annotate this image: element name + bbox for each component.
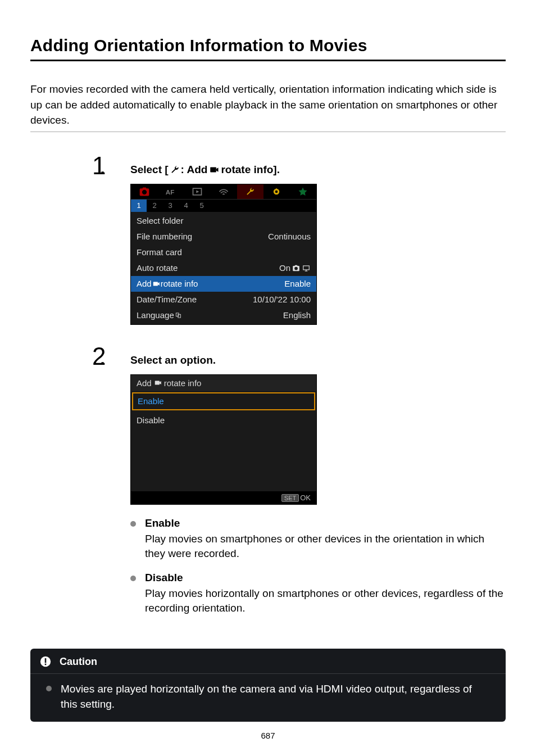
subtab-3[interactable]: 3 [162, 200, 178, 212]
movie-icon [152, 280, 161, 288]
tab-custom[interactable] [264, 184, 290, 199]
movie-icon [153, 379, 163, 387]
menu-list: Select folder File numberingContinuous F… [131, 212, 316, 324]
tab-setup[interactable] [237, 184, 264, 199]
subtab-2[interactable]: 2 [147, 200, 162, 212]
menu-date-time-zone[interactable]: Date/Time/Zone10/10/'22 10:00 [131, 292, 316, 307]
step-1-title: Select [ : Add rotate info]. [130, 164, 506, 176]
page-title: Adding Orientation Information to Movies [30, 36, 506, 55]
bullet-disable-title: Disable [145, 572, 506, 584]
subtab-4[interactable]: 4 [178, 200, 194, 212]
tab-af[interactable] [157, 184, 184, 199]
page-number: 687 [0, 731, 536, 740]
caution-icon [39, 655, 52, 668]
tab-play[interactable] [184, 184, 210, 199]
movie-icon [208, 165, 220, 175]
caution-text: Movies are played horizontally on the ca… [61, 682, 490, 712]
menu-file-numbering[interactable]: File numberingContinuous [131, 229, 316, 245]
monitor-icon [302, 264, 311, 272]
menu-language[interactable]: Language English [131, 307, 316, 323]
subtab-1[interactable]: 1 [131, 200, 147, 212]
option-select-screenshot: Add rotate info Enable Disable SETOK [130, 374, 317, 505]
menu-select-folder[interactable]: Select folder [131, 213, 316, 229]
option-disable[interactable]: Disable [131, 411, 316, 429]
camera-menu-screenshot: 1 2 3 4 5 Select folder File numberingCo… [130, 184, 317, 325]
menu-format-card[interactable]: Format card [131, 245, 316, 260]
intro-text: For movies recorded with the camera held… [30, 82, 506, 128]
tab-wireless[interactable] [210, 184, 237, 199]
option-enable[interactable]: Enable [132, 392, 315, 410]
bullet-disable: Disable Play movies horizontally on smar… [130, 572, 506, 616]
step-2: 2. Select an option. Add rotate info Ena… [92, 347, 506, 626]
bullet-enable-title: Enable [145, 517, 506, 529]
language-icon [174, 311, 183, 319]
step-1: 1. Select [ : Add rotate info]. [92, 157, 506, 325]
tab-shoot[interactable] [131, 184, 157, 199]
bullet-enable-text: Play movies on smartphones or other devi… [145, 532, 506, 562]
option-screen-header: Add rotate info [131, 375, 316, 391]
step-1-number: 1. [92, 153, 127, 178]
menu-subtab-bar: 1 2 3 4 5 [131, 199, 316, 212]
menu-tab-bar [131, 184, 316, 199]
menu-auto-rotate[interactable]: Auto rotate On [131, 260, 316, 276]
intro-rule [30, 132, 506, 132]
bullet-dot-icon [46, 686, 52, 691]
tab-mymenu[interactable] [290, 184, 316, 199]
caution-box: Caution Movies are played horizontally o… [30, 649, 506, 722]
bullet-enable: Enable Play movies on smartphones or oth… [130, 517, 506, 562]
step-2-title: Select an option. [130, 354, 506, 366]
bullet-disable-text: Play movies horizontally on smartphones … [145, 586, 506, 616]
bullet-dot-icon [130, 576, 136, 581]
subtab-5[interactable]: 5 [194, 200, 210, 212]
wrench-icon [170, 165, 180, 175]
option-screen-footer: SETOK [131, 491, 316, 504]
step-2-number: 2. [92, 344, 127, 369]
title-rule [30, 60, 506, 61]
bullet-dot-icon [130, 521, 136, 527]
camera-icon [292, 264, 301, 272]
caution-title: Caution [60, 656, 97, 668]
menu-add-rotate-info[interactable]: Add rotate info Enable [131, 276, 316, 292]
set-button-label: SET [281, 494, 299, 502]
